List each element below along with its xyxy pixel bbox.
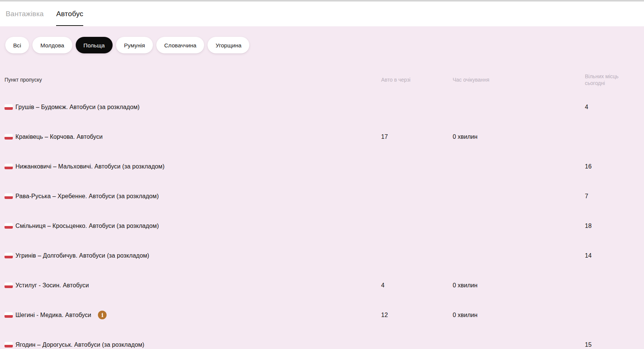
table-row: Рава-Руська – Хребенне. Автобуси (за роз… — [0, 181, 644, 211]
free-places: 4 — [585, 104, 638, 111]
filter-romania[interactable]: Румунія — [116, 37, 153, 53]
table-row: Шегині - Медика. Автобуси i 12 0 хвилин — [0, 300, 644, 330]
wait-time: 0 хвилин — [453, 312, 585, 319]
filter-moldova[interactable]: Молдова — [32, 37, 72, 53]
free-places: 16 — [585, 163, 638, 170]
page: Вантажівка Автобус Всі Молдова Польща Ру… — [0, 0, 644, 349]
table-row: Угринів – Долгобичув. Автобуси (за розкл… — [0, 241, 644, 270]
column-header-queue: Авто в черзі — [381, 76, 453, 83]
queue-count: 4 — [381, 282, 453, 289]
vehicle-tabs-bar: Вантажівка Автобус — [0, 2, 644, 26]
crossings-table: Грушів – Будомєж. Автобуси (за розкладом… — [0, 92, 644, 349]
poland-flag-icon — [5, 342, 13, 347]
table-header-row: Пункт пропуску Авто в черзі Час очікуван… — [0, 73, 644, 86]
filter-slovakia[interactable]: Словаччина — [156, 37, 204, 53]
queue-count: 17 — [381, 134, 453, 140]
queue-count: 12 — [381, 312, 453, 319]
poland-flag-icon — [5, 134, 13, 140]
table-row: Нижанковичі – Мальховичі. Автобуси (за р… — [0, 152, 644, 181]
filter-poland[interactable]: Польща — [76, 37, 113, 53]
table-row: Краківець – Корчова. Автобуси i 17 0 хви… — [0, 122, 644, 152]
crossing-name: Нижанковичі – Мальховичі. Автобуси (за р… — [15, 163, 165, 170]
main-content: Всі Молдова Польща Румунія Словаччина Уг… — [0, 26, 644, 349]
crossing-name: Ягодин – Дорогуськ. Автобуси (за розклад… — [15, 341, 144, 348]
poland-flag-icon — [5, 223, 13, 229]
poland-flag-icon — [5, 193, 13, 199]
crossing-name: Грушів – Будомєж. Автобуси (за розкладом… — [15, 104, 140, 111]
free-places: 18 — [585, 223, 638, 229]
crossing-name: Краківець – Корчова. Автобуси — [15, 134, 103, 140]
crossing-name: Устилуг - Зосин. Автобуси — [15, 282, 89, 289]
crossing-name: Рава-Руська – Хребенне. Автобуси (за роз… — [15, 193, 159, 200]
poland-flag-icon — [5, 282, 13, 288]
table-row: Устилуг - Зосин. Автобуси i 4 0 хвилин — [0, 270, 644, 300]
wait-time: 0 хвилин — [453, 282, 585, 289]
filter-hungary[interactable]: Угорщина — [208, 37, 249, 53]
table-row: Смільниця – Кросьценко. Автобуси (за роз… — [0, 211, 644, 241]
tab-trucks[interactable]: Вантажівка — [6, 2, 44, 26]
free-places: 7 — [585, 193, 638, 200]
free-places: 14 — [585, 252, 638, 259]
table-row: Ягодин – Дорогуськ. Автобуси (за розклад… — [0, 330, 644, 349]
crossing-name: Угринів – Долгобичув. Автобуси (за розкл… — [15, 252, 149, 259]
poland-flag-icon — [5, 253, 13, 258]
filter-all[interactable]: Всі — [5, 37, 29, 53]
column-header-crossing: Пункт пропуску — [5, 76, 381, 83]
wait-time: 0 хвилин — [453, 134, 585, 140]
crossing-name: Смільниця – Кросьценко. Автобуси (за роз… — [15, 223, 159, 229]
crossing-name: Шегині - Медика. Автобуси — [15, 312, 91, 319]
poland-flag-icon — [5, 312, 13, 318]
column-header-free: Вільних місць сьогодні — [585, 73, 638, 86]
free-places: 15 — [585, 341, 638, 348]
column-header-wait: Час очікування — [453, 76, 585, 83]
info-icon[interactable]: i — [98, 311, 107, 319]
tab-bus[interactable]: Автобус — [56, 2, 83, 26]
poland-flag-icon — [5, 164, 13, 169]
poland-flag-icon — [5, 104, 13, 110]
table-row: Грушів – Будомєж. Автобуси (за розкладом… — [0, 92, 644, 122]
country-filters: Всі Молдова Польща Румунія Словаччина Уг… — [0, 26, 644, 53]
